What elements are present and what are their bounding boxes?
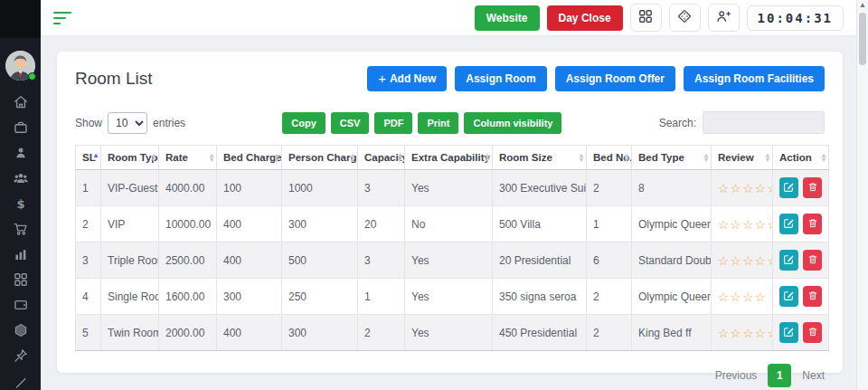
print-button[interactable]: Print: [418, 112, 458, 134]
home-icon[interactable]: [8, 90, 33, 115]
hexagon-icon[interactable]: [8, 318, 33, 343]
cell-review: ☆☆☆☆☆: [712, 243, 773, 279]
plus-icon: +: [378, 74, 386, 83]
assign-room-offer-button[interactable]: Assign Room Offer: [555, 66, 675, 91]
page-title: Room List: [75, 69, 153, 89]
col-header-sl[interactable]: SL▴▾: [76, 146, 101, 170]
page-length-select[interactable]: 10: [108, 112, 147, 134]
main-content: Room List +Add NewAssign RoomAssign Room…: [41, 36, 856, 390]
cell-room-type: VIP: [101, 206, 159, 243]
cell-bed-charge: 400: [217, 315, 282, 351]
cell-bed-charge: 400: [217, 206, 282, 243]
star-rating: ☆☆☆☆☆: [718, 327, 773, 340]
col-header-rate[interactable]: Rate▴▾: [159, 146, 217, 170]
csv-button[interactable]: CSV: [331, 112, 370, 134]
search-input[interactable]: [703, 111, 825, 134]
tablet-icon[interactable]: [8, 292, 33, 318]
person-add-icon: [715, 8, 731, 27]
pagination-previous[interactable]: Previous: [715, 369, 758, 382]
trash-icon: [807, 290, 818, 304]
edit-room-button[interactable]: [779, 322, 798, 343]
col-label: Rate: [165, 152, 188, 163]
star-rating: ☆☆☆☆☆: [718, 218, 773, 232]
col-header-action[interactable]: Action▴▾: [773, 146, 829, 170]
column-visibility-button[interactable]: Column visibility: [464, 112, 561, 134]
sidebar: $: [0, 0, 41, 390]
hamburger-menu-icon[interactable]: [53, 12, 73, 24]
pin-icon[interactable]: [8, 343, 33, 368]
cell-review: ☆☆☆☆: [712, 279, 773, 315]
col-header-review[interactable]: Review▴▾: [712, 146, 773, 170]
grid-button[interactable]: [630, 4, 662, 32]
col-header-bed-charge[interactable]: Bed Charge▴▾: [217, 146, 282, 170]
assign-room-button[interactable]: Assign Room: [455, 66, 546, 91]
cell-bed-type: Olympic Queen: [632, 279, 712, 315]
cell-sl: 3: [76, 243, 101, 279]
delete-room-button[interactable]: [803, 214, 822, 234]
cell-room-type: Triple Room: [101, 243, 159, 279]
edit-room-button[interactable]: [779, 250, 798, 271]
col-header-person-charge[interactable]: Person Charge▴▾: [282, 146, 358, 170]
copy-button[interactable]: Copy: [282, 112, 326, 134]
vertical-scrollbar[interactable]: ▲: [856, 0, 868, 390]
cell-room-size: 500 Villa: [493, 206, 587, 243]
search-label: Search:: [659, 117, 696, 129]
edit-icon: [783, 290, 795, 304]
edit-room-button[interactable]: [779, 177, 798, 198]
col-header-extra-capability[interactable]: Extra Capability▴▾: [405, 146, 493, 170]
cell-extra-capability: No: [405, 206, 493, 243]
cell-bed-type: Olympic Queen: [632, 206, 712, 243]
delete-room-button[interactable]: [803, 286, 822, 307]
assign-room-facilities-button[interactable]: Assign Room Facilities: [684, 66, 825, 91]
vscroll-up-arrow-icon[interactable]: ▲: [857, 0, 868, 11]
edit-icon: [783, 253, 795, 268]
chart-icon[interactable]: [8, 242, 33, 267]
user-avatar[interactable]: [5, 51, 35, 81]
person-icon[interactable]: [8, 140, 33, 166]
col-header-capacity[interactable]: Capacity▴▾: [358, 146, 405, 170]
col-header-room-type[interactable]: Room Type▴▾: [101, 146, 159, 170]
pdf-button[interactable]: PDF: [374, 112, 412, 134]
cell-rate: 2500.00: [159, 243, 217, 279]
delete-room-button[interactable]: [803, 177, 822, 198]
delete-room-button[interactable]: [803, 322, 822, 343]
col-header-bed-type[interactable]: Bed Type▴▾: [632, 146, 712, 170]
pencil-icon[interactable]: [8, 368, 33, 390]
trash-icon: [807, 217, 818, 232]
col-header-bed-no[interactable]: Bed No.▴▾: [587, 146, 632, 170]
cell-room-type: Twin Room: [101, 315, 159, 351]
digital-clock: 10:04:31: [747, 5, 844, 31]
cell-person-charge: 500: [282, 243, 358, 279]
edit-room-button[interactable]: [779, 286, 798, 307]
col-label: Extra Capability: [411, 152, 490, 163]
cell-rate: 4000.00: [159, 170, 217, 206]
delete-room-button[interactable]: [803, 250, 822, 271]
cell-action: [773, 315, 829, 351]
cell-action: [773, 279, 829, 315]
table-row: 3Triple Room2500.004005003Yes20 Presiden…: [76, 243, 829, 279]
users-icon[interactable]: [8, 166, 33, 191]
add-new-button[interactable]: +Add New: [367, 66, 447, 91]
col-header-room-size[interactable]: Room Size▴▾: [493, 146, 587, 170]
sort-carets-icon: ▴▾: [766, 153, 769, 162]
dollar-icon[interactable]: $: [8, 191, 33, 216]
cart-icon[interactable]: [8, 216, 33, 242]
cell-bed-charge: 100: [217, 170, 282, 206]
scan-button[interactable]: [669, 4, 701, 32]
cell-sl: 5: [76, 315, 101, 351]
online-status-dot: [28, 72, 36, 81]
day-close-button[interactable]: Day Close: [547, 5, 623, 31]
pagination-page-1[interactable]: 1: [768, 364, 791, 387]
edit-room-button[interactable]: [779, 214, 798, 234]
sort-carets-icon: ▴▾: [94, 153, 98, 162]
website-button[interactable]: Website: [475, 5, 540, 31]
grid-icon[interactable]: [8, 267, 33, 292]
person-add-button[interactable]: [708, 4, 740, 32]
pagination-next[interactable]: Next: [802, 369, 825, 382]
cell-capacity: 3: [358, 170, 405, 206]
table-row: 4Single Room1600.003002501Yes350 signa s…: [76, 279, 829, 315]
briefcase-icon[interactable]: [8, 115, 33, 140]
vscroll-thumb[interactable]: [859, 13, 866, 65]
cell-bed-no: 1: [587, 206, 632, 243]
cell-review: ☆☆☆☆☆: [712, 170, 773, 206]
